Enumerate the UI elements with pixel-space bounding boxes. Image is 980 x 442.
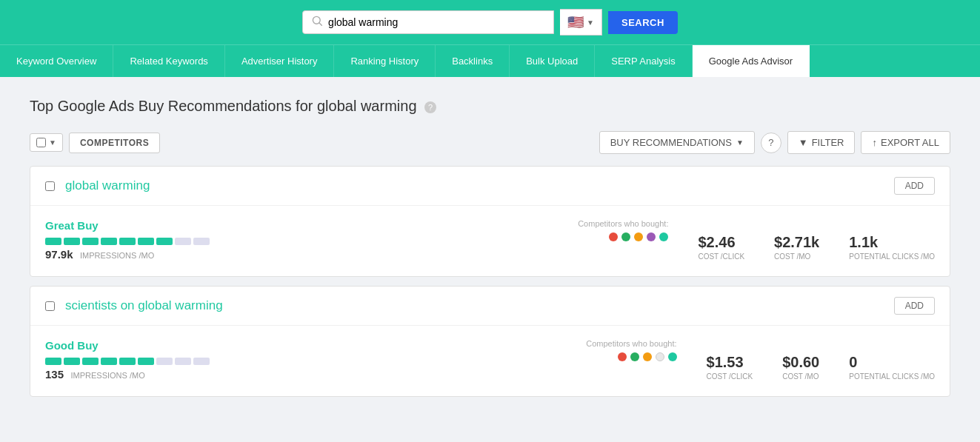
filter-button[interactable]: ▼ FILTER (787, 131, 856, 154)
search-button[interactable]: SEARCH (608, 11, 678, 34)
add-button-0[interactable]: ADD (894, 177, 935, 195)
competitors-button[interactable]: COMPETITORS (69, 133, 160, 153)
search-container: global warming 🇺🇸 ▼ SEARCH (302, 9, 678, 36)
card-rating-1: Good Buy (45, 339, 238, 352)
svg-line-1 (319, 23, 322, 26)
export-button[interactable]: ↑ EXPORT ALL (861, 131, 950, 154)
dot-0-1 (621, 232, 630, 241)
dot-1-0 (618, 352, 627, 361)
card-stats-0: $2.46 COST /CLICK $2.71k COST /MO 1.1k P… (698, 234, 935, 261)
chevron-down-icon: ▼ (736, 138, 744, 147)
add-button-1[interactable]: ADD (894, 297, 935, 315)
page-title: Top Google Ads Buy Recommendations for g… (30, 98, 950, 115)
card-body-0: Great Buy 97.9k IMPRESSIONS /MO (30, 206, 950, 276)
stat-potential-clicks-0: 1.1k POTENTIAL CLICKS /MO (849, 234, 935, 261)
card-left-1: Good Buy 135 IMPRESSIONS /MO (45, 339, 238, 381)
competitor-dots-1 (618, 352, 677, 361)
card-left-0: Great Buy 97.9k IMPRESSIONS /MO (45, 219, 238, 261)
dot-1-3 (656, 352, 664, 361)
chevron-down-icon: ▼ (587, 19, 594, 27)
tab-backlinks[interactable]: Backlinks (436, 45, 510, 77)
competitors-who-bought-label-0: Competitors who bought: (578, 219, 668, 228)
card-middle-0: Competitors who bought: (238, 219, 698, 249)
impressions-bar-0 (45, 238, 238, 245)
card-checkbox-1[interactable] (45, 301, 55, 311)
search-box: global warming (302, 10, 554, 34)
flag-icon: 🇺🇸 (567, 14, 584, 30)
select-all-checkbox[interactable] (36, 138, 46, 147)
stat-cost-mo-0: $2.71k COST /MO (774, 234, 819, 261)
toolbar-help-icon[interactable]: ? (761, 133, 781, 153)
card-body-1: Good Buy 135 IMPRESSIONS /MO (30, 326, 950, 396)
dot-1-4 (668, 352, 677, 361)
stat-cost-click-0: $2.46 COST /CLICK (698, 234, 744, 261)
stat-potential-clicks-1: 0 POTENTIAL CLICKS /MO (849, 354, 935, 381)
main-content: Top Google Ads Buy Recommendations for g… (0, 77, 980, 421)
dot-0-4 (659, 232, 668, 241)
card-header-0: global warming ADD (30, 167, 950, 206)
tab-related-keywords[interactable]: Related Keywords (113, 45, 225, 77)
help-icon[interactable]: ? (424, 101, 436, 113)
tab-keyword-overview[interactable]: Keyword Overview (0, 45, 113, 77)
tab-google-ads-advisor[interactable]: Google Ads Advisor (693, 45, 810, 77)
keyword-card-1: scientists on global warming ADD Good Bu… (30, 286, 950, 397)
search-input[interactable]: global warming (328, 16, 544, 28)
dot-0-0 (609, 232, 618, 241)
upload-icon: ↑ (872, 137, 877, 148)
tab-ranking-history[interactable]: Ranking History (334, 45, 436, 77)
dot-1-1 (630, 352, 639, 361)
tab-bulk-upload[interactable]: Bulk Upload (510, 45, 595, 77)
stat-cost-click-1: $1.53 COST /CLICK (707, 354, 753, 381)
competitor-dots-0 (609, 232, 668, 241)
search-icon (312, 16, 322, 29)
buy-recommendations-button[interactable]: BUY RECOMMENDATIONS ▼ (599, 131, 755, 154)
chevron-down-icon: ▼ (49, 138, 56, 147)
card-rating-0: Great Buy (45, 219, 238, 232)
impressions-text-1: 135 IMPRESSIONS /MO (45, 368, 238, 381)
card-stats-1: $1.53 COST /CLICK $0.60 COST /MO 0 POTEN… (707, 354, 935, 381)
dot-1-2 (643, 352, 652, 361)
keyword-card-0: global warming ADD Great Buy (30, 166, 950, 277)
nav-tabs: Keyword Overview Related Keywords Advert… (0, 44, 980, 77)
card-keyword-1: scientists on global warming (65, 298, 223, 313)
flag-selector[interactable]: 🇺🇸 ▼ (560, 9, 602, 36)
select-all-checkbox-wrap[interactable]: ▼ (30, 133, 63, 152)
tab-advertiser-history[interactable]: Advertiser History (225, 45, 335, 77)
impressions-text-0: 97.9k IMPRESSIONS /MO (45, 248, 238, 261)
dot-0-3 (647, 232, 656, 241)
stat-cost-mo-1: $0.60 COST /MO (782, 354, 819, 381)
card-keyword-0: global warming (65, 178, 150, 193)
dot-0-2 (634, 232, 643, 241)
top-bar: global warming 🇺🇸 ▼ SEARCH (0, 0, 980, 44)
competitors-who-bought-label-1: Competitors who bought: (586, 339, 676, 348)
card-checkbox-0[interactable] (45, 181, 55, 191)
tab-serp-analysis[interactable]: SERP Analysis (595, 45, 692, 77)
toolbar: ▼ COMPETITORS BUY RECOMMENDATIONS ▼ ? ▼ … (30, 131, 950, 154)
card-middle-1: Competitors who bought: (238, 339, 707, 369)
card-header-1: scientists on global warming ADD (30, 287, 950, 326)
impressions-bar-1 (45, 358, 238, 365)
filter-icon: ▼ (799, 137, 808, 148)
